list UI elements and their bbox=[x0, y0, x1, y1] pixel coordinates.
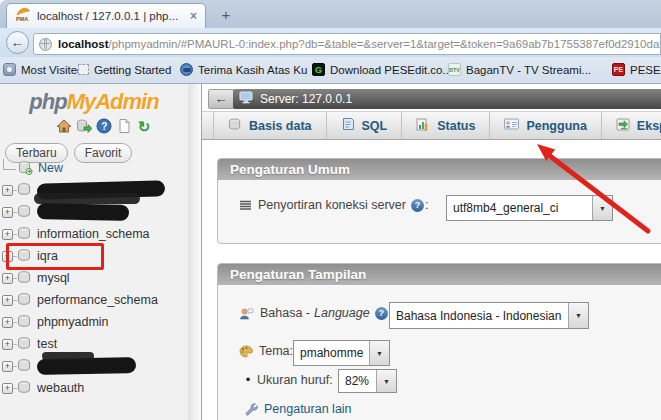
address-bar[interactable]: localhost /phpmyadmin/#PMAURL-0:index.ph… bbox=[33, 33, 661, 55]
expand-icon[interactable]: + bbox=[2, 207, 13, 218]
tree-item-redacted-2[interactable]: + bbox=[0, 201, 129, 223]
globe-favicon-icon bbox=[180, 63, 193, 76]
tree-item-label: information_schema bbox=[37, 227, 150, 241]
tab-label: SQL bbox=[362, 119, 388, 133]
expand-icon[interactable]: + bbox=[2, 229, 13, 240]
new-tab-button[interactable]: + bbox=[214, 6, 238, 24]
svg-text:?: ? bbox=[101, 121, 107, 132]
back-button[interactable]: ← bbox=[6, 31, 29, 54]
collation-select[interactable]: utf8mb4_general_ci ▼ bbox=[446, 195, 613, 221]
bookmark-bagantv[interactable]: BTV BaganTV - TV Streami... bbox=[448, 57, 591, 82]
tab-basis-data[interactable]: Basis data bbox=[213, 112, 327, 139]
tree-item-phpmyadmin[interactable]: + phpmyadmin bbox=[0, 311, 109, 333]
expand-icon[interactable]: + bbox=[2, 339, 13, 350]
expand-icon[interactable]: + bbox=[2, 273, 13, 284]
bookmark-pesedit[interactable]: PE PESEDIT E bbox=[612, 57, 661, 82]
bookmark-getting-started[interactable]: Getting Started bbox=[78, 57, 171, 82]
logout-icon[interactable] bbox=[76, 118, 92, 134]
bullet: • bbox=[242, 372, 254, 387]
tab-favorit[interactable]: Favorit bbox=[74, 143, 133, 163]
tree-item-label: mysql bbox=[37, 271, 70, 285]
home-icon[interactable] bbox=[56, 118, 72, 134]
users-icon bbox=[504, 118, 519, 133]
server-breadcrumb: Server: 127.0.0.1 bbox=[233, 89, 661, 109]
svg-text:+: + bbox=[27, 167, 31, 174]
browser-window: PMA localhost / 127.0.0.1 | php... × + ←… bbox=[0, 0, 661, 420]
dropdown-arrow-icon[interactable]: ▼ bbox=[592, 196, 612, 220]
dropdown-arrow-icon[interactable]: ▼ bbox=[376, 370, 396, 392]
collation-row: Penyortiran koneksi server ? : bbox=[239, 198, 430, 212]
bookmark-most-visited[interactable]: Most Visited bbox=[3, 57, 83, 82]
expand-icon[interactable]: + bbox=[2, 317, 13, 328]
phpmyadmin-favicon-icon: PMA bbox=[15, 6, 31, 26]
bookmark-label: Download PESEdit.co... bbox=[330, 64, 452, 76]
database-icon bbox=[17, 293, 32, 309]
database-icon bbox=[17, 359, 32, 375]
sort-icon bbox=[239, 200, 252, 211]
expand-icon[interactable]: + bbox=[2, 361, 13, 372]
tree-item-performance-schema[interactable]: + performance_schema bbox=[0, 289, 158, 311]
tree-item-label: webauth bbox=[37, 381, 84, 395]
logo-myadmin: MyAdmin bbox=[67, 89, 159, 114]
tab-title: localhost / 127.0.0.1 | php... bbox=[37, 10, 186, 22]
site-identity-globe-icon[interactable] bbox=[39, 38, 52, 51]
status-chart-icon bbox=[416, 118, 430, 134]
bookmark-terima-kasih[interactable]: Terima Kasih Atas Ku bbox=[180, 57, 307, 82]
theme-palette-icon bbox=[239, 345, 253, 358]
collation-label: Penyortiran koneksi server bbox=[258, 198, 406, 212]
most-visited-icon bbox=[3, 63, 16, 76]
server-tabs: Basis data SQL Status Pengguna Ekspor bbox=[202, 111, 661, 140]
tab-close-icon[interactable]: × bbox=[190, 9, 197, 23]
help-icon[interactable]: ? bbox=[411, 199, 424, 212]
pe-favicon-icon: PE bbox=[612, 63, 625, 76]
section-general-settings: Pengaturan Umum Penyortiran koneksi serv… bbox=[217, 158, 661, 244]
tree-item-webauth[interactable]: + webauth bbox=[0, 377, 84, 399]
tree-item-mysql[interactable]: + mysql bbox=[0, 267, 70, 289]
expand-icon[interactable]: + bbox=[2, 295, 13, 306]
tree-item-label: performance_schema bbox=[37, 293, 158, 307]
language-select[interactable]: Bahasa Indonesia - Indonesian ▼ bbox=[389, 302, 589, 329]
dropdown-arrow-icon[interactable]: ▼ bbox=[568, 303, 588, 328]
tree-item-new[interactable]: + New bbox=[0, 157, 63, 179]
tab-label: Basis data bbox=[249, 119, 312, 133]
bookmark-label: PESEDIT E bbox=[630, 64, 661, 76]
browser-tab-active[interactable]: PMA localhost / 127.0.0.1 | php... × bbox=[6, 3, 206, 28]
new-database-icon: + bbox=[18, 161, 33, 178]
bookmark-pesedit-download[interactable]: G Download PESEdit.co... bbox=[312, 57, 452, 82]
collapse-navigation-button[interactable]: ← bbox=[208, 89, 234, 109]
colon: : bbox=[425, 198, 428, 212]
help-icon[interactable]: ? bbox=[96, 118, 112, 134]
more-settings-link[interactable]: Pengaturan lain bbox=[264, 402, 352, 416]
tab-label: Ekspor bbox=[637, 119, 661, 133]
language-label: Bahasa - bbox=[260, 306, 310, 320]
tree-item-label: New bbox=[38, 161, 63, 175]
select-value: 82% bbox=[339, 370, 376, 392]
fontsize-select[interactable]: 82% ▼ bbox=[338, 369, 397, 393]
database-icon bbox=[17, 381, 32, 397]
documentation-icon[interactable] bbox=[116, 118, 132, 134]
export-icon bbox=[616, 118, 630, 134]
dropdown-arrow-icon[interactable]: ▼ bbox=[369, 341, 389, 365]
tab-status[interactable]: Status bbox=[402, 112, 490, 139]
language-label-en: Language bbox=[314, 306, 370, 320]
redacted-database-name bbox=[37, 203, 129, 221]
url-path: /phpmyadmin/#PMAURL-0:index.php?db=&tabl… bbox=[108, 38, 661, 50]
expand-icon[interactable]: + bbox=[2, 383, 13, 394]
database-icon bbox=[17, 183, 32, 199]
tab-sql[interactable]: SQL bbox=[327, 112, 403, 139]
theme-row: Tema: bbox=[239, 344, 293, 358]
theme-select[interactable]: pmahomme ▼ bbox=[293, 340, 390, 366]
expand-icon[interactable]: + bbox=[2, 185, 13, 196]
refresh-icon[interactable]: ↻ bbox=[136, 118, 152, 134]
help-icon[interactable]: ? bbox=[375, 307, 388, 320]
fontsize-label: Ukuran huruf: bbox=[257, 373, 333, 387]
logo-php: php bbox=[29, 89, 66, 114]
phpmyadmin-logo: phpMyAdmin bbox=[0, 89, 188, 115]
tab-ekspor[interactable]: Ekspor bbox=[602, 112, 661, 139]
sidebar-resize-edge[interactable] bbox=[188, 84, 201, 420]
tab-pengguna[interactable]: Pengguna bbox=[490, 112, 601, 139]
g-favicon-icon: G bbox=[312, 63, 325, 76]
wrench-icon bbox=[244, 402, 258, 416]
btv-favicon-icon: BTV bbox=[448, 63, 461, 76]
tree-item-information-schema[interactable]: + information_schema bbox=[0, 223, 150, 245]
